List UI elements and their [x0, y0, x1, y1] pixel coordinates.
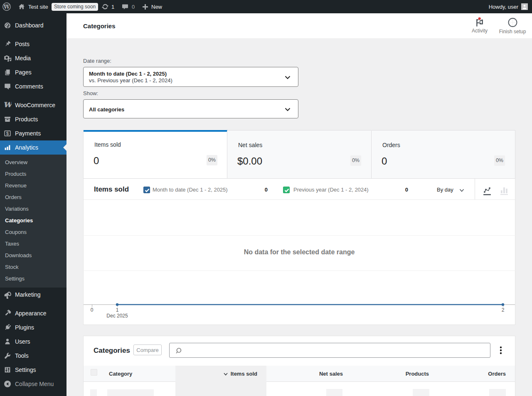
sidebar-item-settings[interactable]: Settings: [0, 363, 66, 377]
search-box[interactable]: [169, 343, 490, 358]
categories-table-card: Categories Compare Category Items sold N…: [83, 336, 515, 396]
sidebar-item-posts[interactable]: Posts: [0, 37, 66, 51]
column-header-products[interactable]: Products: [383, 366, 429, 382]
sidebar-item-label: Pages: [15, 69, 32, 76]
summary-tile-orders[interactable]: Orders 0 0%: [372, 130, 515, 179]
sidebar-item-payments[interactable]: $ Payments: [0, 126, 66, 140]
sidebar-item-dashboard[interactable]: Dashboard: [0, 18, 66, 32]
summary-tile-net-sales[interactable]: Net sales $0.00 0%: [227, 130, 371, 179]
analytics-submenu: Overview Products Revenue Orders Variati…: [0, 155, 66, 288]
new-label: New: [151, 4, 162, 10]
divider: [227, 130, 227, 179]
woocommerce-icon: w: [3, 101, 12, 109]
site-home-icon[interactable]: [18, 0, 25, 13]
search-input[interactable]: [185, 344, 484, 357]
table-menu-button[interactable]: [498, 343, 503, 357]
sidebar-item-users[interactable]: Users: [0, 335, 66, 349]
submenu-item-taxes[interactable]: Taxes: [0, 238, 66, 250]
sort-desc-icon: [223, 371, 229, 377]
submenu-item-downloads[interactable]: Downloads: [0, 250, 66, 261]
category-show-select[interactable]: All categories: [83, 99, 298, 118]
sidebar-item-label: Comments: [15, 83, 43, 90]
user-avatar[interactable]: [521, 0, 528, 13]
chart-data-point: [116, 303, 118, 306]
pushpin-icon: [3, 40, 12, 48]
legend-checkbox-secondary[interactable]: [283, 187, 290, 193]
comments-count[interactable]: 0: [132, 0, 135, 13]
chart-card: Items sold Month to date (Dec 1 - 2, 202…: [83, 179, 515, 325]
chart-x-axis: [84, 301, 515, 325]
sidebar-item-label: Posts: [15, 41, 30, 47]
tile-label: Items sold: [94, 141, 121, 148]
sidebar-item-label: Users: [15, 338, 30, 345]
updates-count[interactable]: 1: [111, 0, 114, 13]
store-coming-soon-label: Store coming soon: [52, 3, 98, 11]
chevron-down-icon: [284, 106, 291, 113]
submenu-item-settings[interactable]: Settings: [0, 273, 66, 285]
selected-tile-indicator: [84, 130, 227, 132]
compare-button[interactable]: Compare: [133, 344, 162, 355]
legend-label-secondary[interactable]: Previous year (Dec 1 - 2, 2024): [293, 187, 369, 193]
menu-separator: [0, 302, 66, 306]
tile-delta-badge: 0%: [494, 155, 505, 166]
new-menu-item[interactable]: New: [151, 0, 162, 13]
date-range-label: Date range:: [83, 58, 111, 64]
table-title: Categories: [94, 343, 130, 358]
page-title: Categories: [83, 13, 116, 38]
summary-tile-items-sold[interactable]: Items sold 0 0%: [84, 130, 227, 179]
column-header-net-sales[interactable]: Net sales: [297, 366, 343, 382]
show-label: Show:: [83, 90, 98, 96]
divider: [475, 179, 475, 199]
finish-setup-button[interactable]: Finish setup: [497, 17, 528, 34]
tile-value: 0: [382, 155, 387, 167]
collapse-menu-button[interactable]: Collapse Menu: [0, 377, 66, 391]
wrench-icon: [3, 352, 12, 360]
submenu-item-revenue[interactable]: Revenue: [0, 180, 66, 192]
loading-placeholder: [413, 389, 429, 396]
sidebar-item-analytics[interactable]: Analytics: [0, 140, 66, 155]
sidebar-item-woocommerce[interactable]: w WooCommerce: [0, 98, 66, 112]
site-name-link[interactable]: Test site: [28, 0, 48, 13]
submenu-item-variations[interactable]: Variations: [0, 203, 66, 215]
sidebar-item-appearance[interactable]: Appearance: [0, 306, 66, 320]
submenu-item-overview[interactable]: Overview: [0, 157, 66, 168]
new-icon[interactable]: [142, 0, 148, 13]
submenu-item-stock[interactable]: Stock: [0, 261, 66, 273]
howdy-menu[interactable]: Howdy, user: [489, 0, 518, 13]
sidebar-item-tools[interactable]: Tools: [0, 349, 66, 363]
updates-icon[interactable]: [101, 0, 109, 13]
select-all-checkbox[interactable]: [91, 369, 97, 376]
store-coming-soon-badge: Store coming soon: [52, 0, 98, 13]
date-range-select[interactable]: Month to date (Dec 1 - 2, 2025) vs. Prev…: [83, 67, 298, 87]
tile-value: $0.00: [237, 155, 262, 167]
sidebar-item-label: Settings: [15, 366, 36, 373]
submenu-item-products[interactable]: Products: [0, 168, 66, 180]
activity-button[interactable]: Activity: [467, 16, 492, 34]
submenu-item-orders[interactable]: Orders: [0, 192, 66, 203]
dashboard-icon: [3, 21, 12, 30]
submenu-item-categories[interactable]: Categories: [0, 215, 66, 226]
legend-checkbox-primary[interactable]: [143, 187, 150, 193]
interval-select[interactable]: By day: [437, 187, 453, 193]
bar-chart-toggle[interactable]: [500, 184, 509, 196]
menu-separator: [0, 93, 66, 98]
sidebar-item-comments[interactable]: Comments: [0, 79, 66, 93]
comments-icon: [3, 82, 12, 91]
column-header-orders[interactable]: Orders: [460, 366, 506, 382]
wordpress-logo-icon[interactable]: W: [2, 0, 11, 13]
legend-value-primary: 0: [226, 187, 268, 193]
sidebar-item-plugins[interactable]: Plugins: [0, 320, 66, 335]
legend-label-primary[interactable]: Month to date (Dec 1 - 2, 2025): [153, 187, 228, 193]
line-chart-toggle[interactable]: [483, 184, 492, 196]
sidebar-item-products[interactable]: Products: [0, 112, 66, 126]
comments-icon[interactable]: [122, 0, 128, 13]
chart-header: Items sold Month to date (Dec 1 - 2, 202…: [84, 179, 515, 200]
sidebar-item-media[interactable]: Media: [0, 51, 66, 65]
submenu-item-coupons[interactable]: Coupons: [0, 226, 66, 238]
archive-box-icon: [3, 115, 12, 123]
column-header-items-sold[interactable]: Items sold: [212, 366, 257, 382]
chevron-down-icon: [284, 74, 291, 81]
sidebar-item-pages[interactable]: Pages: [0, 65, 66, 79]
sidebar-item-marketing[interactable]: Marketing: [0, 288, 66, 302]
column-header-category[interactable]: Category: [109, 366, 132, 382]
